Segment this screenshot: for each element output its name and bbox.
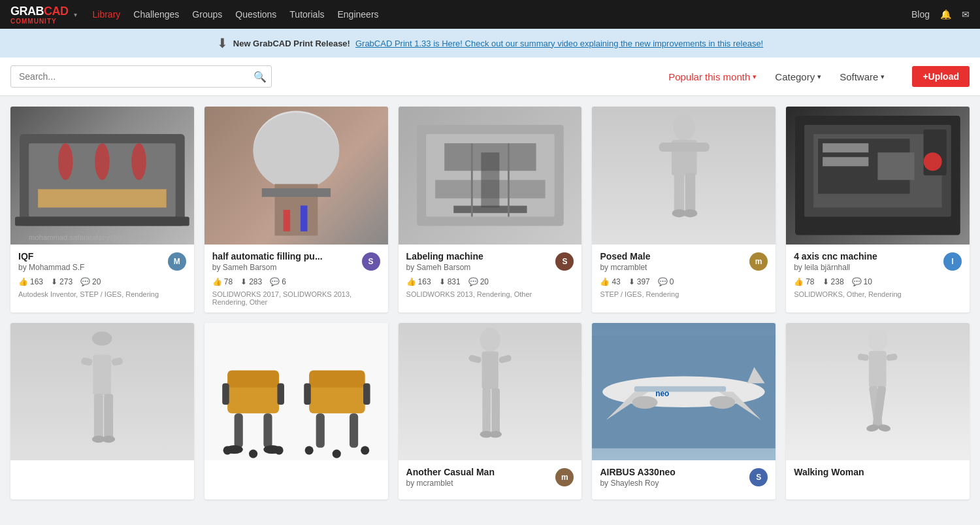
- posed-male-figure: [634, 107, 734, 245]
- card-posed-male-author-row: Posed Male by mcramblet m: [600, 251, 768, 272]
- card-grid: mohammad.safaratafaey@gmail.com IQF by M…: [10, 107, 970, 500]
- svg-rect-38: [878, 152, 915, 180]
- svg-text:neo: neo: [656, 388, 670, 398]
- svg-rect-62: [350, 413, 358, 448]
- notifications-icon[interactable]: 🔔: [940, 9, 951, 20]
- card-chairs[interactable]: [204, 323, 388, 500]
- svg-rect-13: [283, 210, 290, 231]
- svg-rect-86: [869, 351, 887, 388]
- popular-filter-button[interactable]: Popular this month ▾: [662, 67, 763, 86]
- svg-rect-71: [498, 354, 512, 364]
- card-filling-tags: SOLIDWORKS 2017, SOLIDWORKS 2013, Render…: [212, 290, 380, 306]
- logo-dropdown-icon[interactable]: ▾: [74, 11, 77, 18]
- announcement-link[interactable]: GrabCAD Print 1.33 is Here! Check out ou…: [355, 39, 763, 48]
- svg-point-85: [868, 328, 888, 352]
- svg-rect-41: [93, 355, 112, 396]
- search-button[interactable]: 🔍: [253, 71, 267, 83]
- card-man-image: [399, 323, 582, 461]
- card-airbus[interactable]: neo AIRBUS A330neo by Shaylesh Roy S: [592, 323, 776, 500]
- svg-point-64: [361, 446, 369, 454]
- svg-rect-43: [111, 357, 123, 366]
- top-navigation: GRAB CAD COMMUNITY ▾ Library Challenges …: [0, 0, 980, 29]
- software-filter-button[interactable]: Software ▾: [833, 67, 891, 86]
- svg-rect-58: [277, 383, 284, 405]
- card-posed-male-downloads: ⬇ 397: [629, 277, 650, 286]
- man-figure: [449, 326, 531, 457]
- card-cnc-author-row: 4 axis cnc machine by leila bjärnhall l: [794, 251, 962, 272]
- card-walking-woman-title: Walking Woman: [794, 467, 962, 477]
- svg-rect-70: [468, 354, 482, 364]
- card-posed-male-likes: 👍 43: [600, 277, 620, 286]
- card-walking-woman[interactable]: Walking Woman: [786, 323, 970, 500]
- card-iqf-image: mohammad.safaratafaey@gmail.com: [10, 107, 194, 245]
- filling-illustration: [204, 107, 388, 245]
- svg-point-68: [480, 328, 500, 352]
- upload-button[interactable]: +Upload: [912, 66, 970, 87]
- nav-link-questions[interactable]: Questions: [235, 9, 276, 20]
- card-iqf-avatar: M: [168, 252, 186, 271]
- svg-rect-69: [482, 351, 498, 389]
- nav-link-tutorials[interactable]: Tutorials: [289, 9, 324, 20]
- card-cnc[interactable]: 4 axis cnc machine by leila bjärnhall l …: [786, 107, 970, 313]
- messages-icon[interactable]: ✉: [962, 9, 970, 20]
- svg-rect-60: [309, 370, 365, 387]
- logo[interactable]: GRAB CAD COMMUNITY ▾: [10, 5, 77, 25]
- woman-figure: [61, 330, 143, 460]
- card-airbus-image: neo: [592, 323, 776, 461]
- card-posed-male-image: [592, 107, 776, 245]
- logo-grab: GRAB: [10, 5, 44, 18]
- svg-rect-61: [316, 413, 324, 448]
- card-woman-image: [10, 323, 194, 461]
- card-posed-male-tags: STEP / IGES, Rendering: [600, 290, 768, 298]
- svg-rect-36: [823, 157, 868, 166]
- svg-rect-59: [309, 383, 365, 413]
- category-filter-button[interactable]: Category ▾: [768, 67, 828, 86]
- card-cnc-downloads: ⬇ 238: [823, 277, 844, 286]
- card-iqf-title: IQF: [18, 251, 84, 262]
- svg-rect-35: [823, 143, 868, 152]
- svg-point-9: [253, 112, 339, 190]
- airbus-illustration: neo: [592, 323, 776, 461]
- card-iqf-likes: 👍 163: [18, 277, 43, 286]
- card-labeling-author-row: Labeling machine by Sameh Barsom S: [406, 251, 574, 272]
- svg-text:mohammad.safaratafaey@gmail.co: mohammad.safaratafaey@gmail.com: [29, 233, 151, 241]
- card-casual-man[interactable]: Another Casual Man by mcramblet m: [399, 323, 582, 500]
- card-casual-man-title: Another Casual Man: [406, 467, 495, 477]
- card-cnc-info: 4 axis cnc machine by leila bjärnhall l …: [786, 245, 970, 305]
- card-cnc-image: [786, 107, 970, 245]
- svg-rect-2: [38, 189, 167, 207]
- svg-point-3: [58, 143, 73, 180]
- card-airbus-avatar: S: [749, 468, 768, 486]
- card-labeling[interactable]: Labeling machine by Sameh Barsom S 👍 163…: [399, 107, 582, 313]
- svg-rect-11: [262, 188, 331, 197]
- svg-rect-73: [491, 388, 500, 434]
- card-filling-avatar: S: [362, 252, 380, 271]
- svg-point-55: [274, 446, 283, 454]
- chairs-illustration: [204, 323, 388, 461]
- nav-link-challenges[interactable]: Challenges: [133, 9, 179, 20]
- card-woman-standing[interactable]: [10, 323, 194, 500]
- card-labeling-image: [399, 107, 582, 245]
- svg-point-56: [249, 449, 257, 458]
- card-posed-male[interactable]: Posed Male by mcramblet m 👍 43 ⬇ 397 💬 0…: [592, 107, 776, 313]
- nav-link-engineers[interactable]: Engineers: [338, 9, 379, 20]
- card-iqf[interactable]: mohammad.safaratafaey@gmail.com IQF by M…: [10, 107, 194, 313]
- card-filling-stats: 👍 78 ⬇ 283 💬 6: [212, 277, 380, 286]
- search-input[interactable]: [10, 65, 272, 88]
- nav-link-groups[interactable]: Groups: [192, 9, 222, 20]
- svg-point-23: [673, 114, 695, 141]
- blog-link[interactable]: Blog: [911, 9, 930, 20]
- card-half-automatic[interactable]: half automatic filling pu... by Sameh Ba…: [204, 107, 388, 313]
- card-posed-male-avatar: m: [749, 252, 768, 271]
- svg-rect-42: [81, 357, 93, 366]
- card-casual-man-info: Another Casual Man by mcramblet m: [399, 460, 582, 500]
- card-iqf-info: IQF by Mohammad S.F M 👍 163 ⬇ 273 💬 20 A…: [10, 245, 194, 305]
- nav-right-area: Blog 🔔 ✉: [911, 9, 970, 20]
- card-cnc-avatar: l: [943, 252, 962, 271]
- nav-link-library[interactable]: Library: [93, 9, 121, 20]
- card-labeling-author: by Sameh Barsom: [406, 263, 483, 272]
- announcement-banner: ⬇ New GrabCAD Print Release! GrabCAD Pri…: [0, 29, 980, 58]
- svg-point-4: [95, 143, 109, 180]
- svg-rect-83: [634, 386, 726, 392]
- card-posed-male-author: by mcramblet: [600, 263, 650, 272]
